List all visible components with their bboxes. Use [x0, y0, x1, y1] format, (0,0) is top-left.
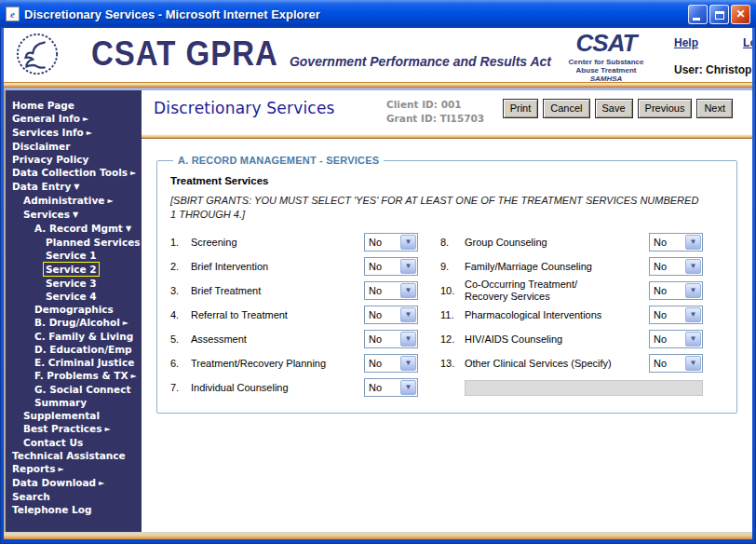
dropdown-arrow-button[interactable]: ▼	[400, 235, 416, 250]
service-item-13-select[interactable]: No▼	[649, 354, 703, 373]
sidebar-item-b-drug-alcohol[interactable]: B. Drug/Alcohol►	[6, 316, 142, 330]
sidebar-item-a-record-mgmt[interactable]: A. Record Mgmt▼	[6, 222, 142, 236]
dropdown-arrow-button[interactable]: ▼	[400, 380, 416, 395]
sidebar-item-privacy-policy[interactable]: Privacy Policy	[6, 153, 142, 166]
minimize-button[interactable]	[688, 5, 708, 24]
service-item-10-select[interactable]: No▼	[649, 281, 703, 300]
select-value: No	[650, 358, 667, 369]
sidebar-item-telephone-log[interactable]: Telephone Log	[6, 503, 142, 516]
sidebar-item-label: E. Criminal Justice	[34, 356, 134, 369]
other-clinical-services-specify-input[interactable]	[465, 380, 703, 396]
dropdown-arrow-button[interactable]: ▼	[685, 307, 701, 322]
service-item-6-select[interactable]: No▼	[364, 354, 418, 373]
grant-id: Grant ID: TI15703	[386, 112, 484, 126]
app-header: CSAT GPRA Government Performance and Res…	[4, 28, 752, 82]
sidebar-item-general-info[interactable]: General Info►	[6, 112, 142, 126]
sidebar-item-data-download[interactable]: Data Download►	[6, 476, 142, 490]
dropdown-arrow-button[interactable]: ▼	[685, 235, 701, 250]
service-item-5-select[interactable]: No▼	[364, 330, 418, 348]
chevron-down-icon: ▼	[74, 183, 79, 191]
dropdown-arrow-button[interactable]: ▼	[685, 356, 701, 371]
sidebar-item-search[interactable]: Search	[6, 490, 142, 503]
print-button[interactable]: Print	[503, 99, 539, 118]
sidebar-item-service-1[interactable]: Service 1	[6, 249, 142, 262]
sidebar-item-g-social-connect[interactable]: G. Social Connect	[6, 383, 142, 396]
sidebar-item-service-4[interactable]: Service 4	[6, 290, 142, 303]
dropdown-arrow-button[interactable]: ▼	[685, 259, 701, 274]
dropdown-arrow-button[interactable]: ▼	[685, 283, 701, 298]
service-item-1-select[interactable]: No▼	[364, 233, 418, 252]
save-button[interactable]: Save	[595, 99, 633, 118]
maximize-button[interactable]	[709, 5, 729, 24]
chevron-right-icon: ►	[104, 425, 110, 433]
dropdown-arrow-button[interactable]: ▼	[400, 332, 416, 347]
section-legend: A. RECORD MANAGEMENT - SERVICES	[173, 155, 384, 166]
item-label: Brief Treatment	[191, 285, 364, 297]
sidebar-item-service-2[interactable]: Service 2	[6, 262, 142, 277]
item-label-line1: Family/Marriage Counseling	[465, 261, 592, 272]
service-item-7-select[interactable]: No▼	[364, 378, 418, 397]
dropdown-arrow-button[interactable]: ▼	[400, 356, 416, 371]
sidebar-item-reports[interactable]: Reports►	[6, 462, 142, 476]
sidebar-item-demographics[interactable]: Demographics	[6, 303, 142, 316]
service-item-9-select[interactable]: No▼	[649, 257, 703, 276]
item-label: Group Counseling	[465, 237, 649, 249]
form-row: 7.Individual CounselingNo▼	[170, 375, 723, 400]
sidebar-item-d-education-emp[interactable]: D. Education/Emp	[6, 343, 142, 356]
item-label: Treatment/Recovery Planning	[191, 358, 364, 370]
sidebar-item-contact-us[interactable]: Contact Us	[6, 436, 142, 449]
service-item-11-select[interactable]: No▼	[649, 306, 703, 324]
previous-button[interactable]: Previous	[638, 99, 693, 118]
sidebar-item-disclaimer[interactable]: Disclaimer	[6, 140, 142, 153]
close-button[interactable]: ✕	[731, 5, 750, 24]
sidebar-item-label: Service 1	[46, 249, 97, 262]
sidebar-item-label: Service 3	[46, 277, 97, 290]
sidebar-item-data-entry[interactable]: Data Entry▼	[6, 180, 142, 194]
select-value: No	[650, 333, 667, 345]
service-item-2-select[interactable]: No▼	[364, 257, 418, 276]
cancel-button[interactable]: Cancel	[543, 99, 589, 118]
sidebar-item-f-problems-tx[interactable]: F. Problems & TX►	[6, 369, 142, 383]
form-row: 5.AssessmentNo▼12.HIV/AIDS CounselingNo▼	[170, 327, 723, 351]
service-item-4-select[interactable]: No▼	[364, 306, 418, 324]
select-value: No	[650, 261, 667, 272]
sidebar-item-best-practices[interactable]: Best Practices►	[6, 422, 142, 436]
chevron-down-icon: ▼	[690, 238, 697, 246]
item-label: Screening	[191, 237, 364, 249]
sidebar-item-services-info[interactable]: Services Info►	[6, 126, 142, 140]
chevron-down-icon: ▼	[690, 360, 697, 367]
main-content: Discretionary Services Client ID: 001 Gr…	[142, 90, 752, 532]
app-body: Home PageGeneral Info►Services Info►Disc…	[4, 90, 752, 532]
dropdown-arrow-button[interactable]: ▼	[685, 332, 701, 347]
item-label-line2: Recovery Services	[465, 291, 649, 303]
service-item-8-select[interactable]: No▼	[649, 233, 703, 252]
title-bar[interactable]: e Discretionary Services - Microsoft Int…	[0, 0, 756, 28]
sidebar-item-services[interactable]: Services▼	[6, 208, 142, 222]
sidebar-item-technical-assistance[interactable]: Technical Assistance	[6, 449, 142, 462]
sidebar-item-service-3[interactable]: Service 3	[6, 277, 142, 290]
service-item-12-select[interactable]: No▼	[649, 330, 703, 348]
treatment-services-heading: Treatment Services	[170, 175, 723, 186]
service-item-3-select[interactable]: No▼	[364, 281, 418, 300]
sidebar-item-supplemental[interactable]: Supplemental	[6, 409, 142, 422]
sidebar-item-summary[interactable]: Summary	[6, 396, 142, 409]
minimize-icon	[693, 18, 700, 20]
csat-logo: CSAT Center for Substance Abuse Treatmen…	[551, 29, 661, 83]
sidebar-item-home-page[interactable]: Home Page	[6, 99, 142, 112]
toolbar: Print Cancel Save Previous Next	[503, 99, 733, 118]
sbirt-note-line1: [SBIRT GRANTS: YOU MUST SELECT 'YES' FOR…	[170, 194, 723, 208]
sidebar-item-planned-services[interactable]: Planned Services	[6, 236, 142, 249]
next-button[interactable]: Next	[696, 99, 733, 118]
sidebar-item-administrative[interactable]: Administrative►	[6, 194, 142, 208]
sidebar-item-e-criminal-justice[interactable]: E. Criminal Justice	[6, 356, 142, 369]
dropdown-arrow-button[interactable]: ▼	[400, 283, 416, 298]
sidebar-item-label: Search	[12, 490, 50, 503]
logout-link[interactable]: Logout	[743, 36, 752, 49]
maximize-icon	[715, 11, 724, 20]
sidebar-item-data-collection-tools[interactable]: Data Collection Tools►	[6, 166, 142, 180]
help-link[interactable]: Help	[674, 36, 698, 49]
dropdown-arrow-button[interactable]: ▼	[400, 259, 416, 274]
dropdown-arrow-button[interactable]: ▼	[400, 307, 416, 322]
sidebar-item-label: B. Drug/Alcohol	[34, 316, 120, 329]
sidebar-item-c-family-living[interactable]: C. Family & Living	[6, 330, 142, 343]
